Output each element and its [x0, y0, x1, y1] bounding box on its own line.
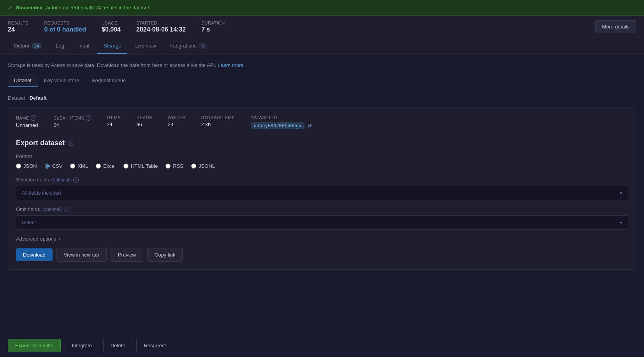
col-writes-value: 24 — [168, 121, 186, 127]
col-writes-label: WRITES — [168, 115, 186, 120]
tab-input-label: Input — [78, 43, 90, 49]
col-items-value: 24 — [107, 121, 121, 127]
omit-fields-placeholder: Select... — [22, 220, 40, 225]
duration-label: DURATION — [201, 21, 225, 25]
radio-csv[interactable] — [45, 164, 50, 169]
selected-fields-info-icon[interactable]: i — [73, 177, 79, 183]
col-clean-items: CLEAN ITEMS i 24 — [53, 115, 91, 130]
export-results-button[interactable]: Export 24 results — [8, 339, 61, 352]
omit-fields-dropdown[interactable]: Select... ▾ — [16, 215, 628, 230]
radio-json[interactable] — [16, 164, 21, 169]
export-title: Export dataset i — [16, 139, 628, 147]
omit-fields-label-row: Omit fields (optional) i — [16, 206, 628, 212]
sub-tabs: Dataset Key-value store Request queue — [8, 74, 636, 87]
export-action-buttons: Download View in new tab Preview Copy li… — [16, 248, 628, 262]
tab-integrations-label: Integrations — [170, 43, 197, 49]
check-icon: ✓ — [8, 4, 13, 11]
format-json[interactable]: JSON — [16, 163, 37, 169]
radio-html-table[interactable] — [123, 164, 128, 169]
export-section: Export dataset i Format JSON CSV XML — [16, 139, 628, 262]
clean-items-info-icon[interactable]: i — [86, 115, 91, 121]
col-storage-size-value: 2 kb — [201, 121, 235, 127]
tab-input[interactable]: Input — [72, 38, 96, 54]
advanced-options-toggle[interactable]: Advanced options › — [16, 236, 628, 242]
success-text: Succeeded — [16, 5, 43, 11]
dataset-id-row: qUGayHR0ZKPb40egx ⧉ — [251, 121, 313, 130]
name-info-icon[interactable]: i — [31, 115, 36, 121]
col-reads-value: 96 — [136, 121, 152, 127]
more-details-button[interactable]: More details — [595, 20, 636, 33]
dataset-name: Default — [30, 95, 47, 101]
success-message: Actor succeeded with 24 results in the d… — [46, 5, 149, 11]
col-dataset-id-label: DATASET ID — [251, 115, 313, 120]
resurrect-button[interactable]: Resurrect — [136, 339, 173, 352]
advanced-options-chevron-icon: › — [58, 236, 60, 242]
col-storage-size: STORAGE SIZE 2 kb — [201, 115, 235, 130]
dataset-info-table: NAME i Unnamed CLEAN ITEMS i 24 ITEMS 24… — [16, 115, 628, 130]
format-label: Format — [16, 153, 628, 159]
col-reads: READS 96 — [136, 115, 152, 130]
view-in-new-tab-button[interactable]: View in new tab — [56, 248, 107, 262]
integrate-button[interactable]: Integrate — [65, 339, 99, 352]
selected-fields-chevron-icon: ▾ — [620, 190, 622, 196]
dataset-label-row: Dataset: Default — [8, 95, 636, 101]
tab-integrations-badge: 0 — [199, 43, 207, 49]
radio-excel[interactable] — [96, 164, 101, 169]
success-banner: ✓ Succeeded Actor succeeded with 24 resu… — [0, 0, 644, 16]
stats-bar: RESULTS 24 REQUESTS 0 of 0 handled USAGE… — [0, 16, 644, 38]
col-name-label: NAME — [16, 116, 29, 120]
stat-requests: REQUESTS 0 of 0 handled — [44, 21, 86, 33]
col-name-value: Unnamed — [16, 122, 38, 128]
dataset-panel: NAME i Unnamed CLEAN ITEMS i 24 ITEMS 24… — [8, 107, 636, 270]
tab-integrations[interactable]: Integrations 0 — [164, 38, 213, 54]
col-items: ITEMS 24 — [107, 115, 121, 130]
delete-button[interactable]: Delete — [103, 339, 133, 352]
selected-fields-label-row: Selected fields (optional) i — [16, 177, 628, 183]
preview-button[interactable]: Preview — [111, 248, 143, 262]
radio-rss[interactable] — [165, 164, 171, 169]
tab-liveview[interactable]: Live view — [129, 38, 162, 54]
stat-results: RESULTS 24 — [8, 21, 28, 33]
sub-tab-requestqueue[interactable]: Request queue — [85, 74, 132, 87]
usage-value: $0.004 — [102, 26, 121, 33]
tab-liveview-label: Live view — [135, 43, 156, 49]
col-writes: WRITES 24 — [168, 115, 186, 130]
tab-log-label: Log — [56, 43, 64, 49]
tab-log[interactable]: Log — [49, 38, 70, 54]
tab-output-badge: 24 — [32, 43, 42, 49]
copy-dataset-id-button[interactable]: ⧉ — [307, 121, 312, 130]
format-rss[interactable]: RSS — [165, 163, 183, 169]
omit-fields-info-icon[interactable]: i — [64, 207, 69, 212]
col-items-label: ITEMS — [107, 115, 121, 120]
advanced-options-label: Advanced options — [16, 236, 56, 242]
omit-fields-chevron-icon: ▾ — [620, 220, 622, 225]
sub-tab-dataset[interactable]: Dataset — [8, 74, 38, 87]
main-content: Storage is used by Actors to save data. … — [0, 55, 644, 278]
radio-xml[interactable] — [70, 164, 75, 169]
col-storage-size-label: STORAGE SIZE — [201, 115, 235, 120]
dataset-id-badge: qUGayHR0ZKPb40egx — [251, 122, 305, 129]
copy-link-button[interactable]: Copy link — [147, 248, 183, 262]
tab-output[interactable]: Output 24 — [8, 38, 48, 54]
format-excel[interactable]: Excel — [96, 163, 116, 169]
results-label: RESULTS — [8, 21, 28, 25]
duration-value: 7 s — [201, 26, 225, 33]
col-clean-items-label: CLEAN ITEMS — [53, 116, 84, 120]
selected-fields-dropdown[interactable]: All fields included ▾ — [16, 186, 628, 200]
sub-tab-keyvalue[interactable]: Key-value store — [38, 74, 85, 87]
format-xml[interactable]: XML — [70, 163, 88, 169]
learn-more-link[interactable]: Learn more — [218, 62, 243, 68]
tab-storage-label: Storage — [104, 43, 121, 49]
storage-description: Storage is used by Actors to save data. … — [8, 62, 636, 68]
selected-fields-placeholder: All fields included — [22, 190, 61, 196]
main-tabs: Output 24 Log Input Storage Live view In… — [0, 38, 644, 55]
radio-jsonl[interactable] — [191, 164, 196, 169]
tab-storage[interactable]: Storage — [97, 38, 128, 54]
export-info-icon[interactable]: i — [68, 141, 73, 146]
format-html-table[interactable]: HTML Table — [123, 163, 158, 169]
format-csv[interactable]: CSV — [45, 163, 63, 169]
selected-fields-label: Selected fields — [16, 177, 49, 183]
download-button[interactable]: Download — [16, 248, 53, 261]
started-value: 2024-08-06 14:32 — [136, 26, 186, 33]
format-jsonl[interactable]: JSONL — [191, 163, 215, 169]
